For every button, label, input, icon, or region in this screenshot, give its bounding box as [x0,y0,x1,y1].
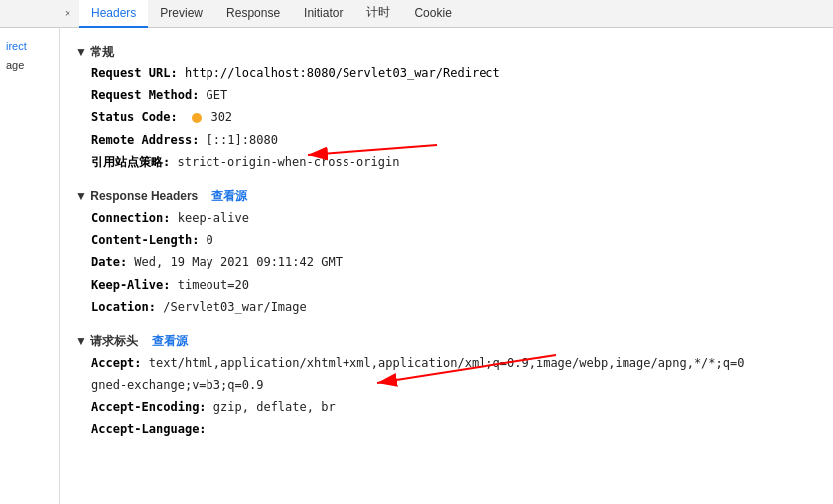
referrer-policy-label: 引用站点策略: [91,155,170,169]
connection-value: keep-alive [178,211,249,225]
tab-initiator[interactable]: Initiator [292,0,354,28]
status-code-value: 302 [185,110,232,124]
request-method-label: Request Method: [91,88,199,102]
main-layout: irect age ▼ 常规 Request URL: http://local… [0,28,833,504]
accept-label: Accept: [91,356,142,370]
remote-address-label: Remote Address: [91,133,199,147]
tab-headers[interactable]: Headers [79,0,148,28]
sidebar-item-image[interactable]: age [0,56,59,75]
sidebar-item-redirect[interactable]: irect [0,36,59,56]
remote-address-value: [::1]:8080 [207,133,278,147]
accept-encoding-label: Accept-Encoding: [91,400,207,414]
request-headers-section-header: ▼ 请求标头 查看源 [75,333,817,350]
request-method-value: GET [207,88,228,102]
keep-alive-row: Keep-Alive: timeout=20 [91,276,817,295]
status-code-label: Status Code: [91,110,178,124]
tab-close-button[interactable]: × [60,6,75,22]
status-dot [192,113,202,123]
connection-label: Connection: [91,211,170,225]
location-value: /Servlet03_war/Image [163,300,307,314]
content-area: ▼ 常规 Request URL: http://localhost:8080/… [60,28,833,504]
response-headers-section-header: ▼ Response Headers 查看源 [75,189,817,205]
request-url-row: Request URL: http://localhost:8080/Servl… [91,64,817,83]
request-url-label: Request URL: [91,66,178,80]
referrer-policy-row: 引用站点策略: strict-origin-when-cross-origin [91,153,817,172]
accept-encoding-row: Accept-Encoding: gzip, deflate, br [91,398,817,417]
accept-row: Accept: text/html,application/xhtml+xml,… [91,354,817,373]
accept-value: text/html,application/xhtml+xml,applicat… [149,356,745,370]
general-section-header: ▼ 常规 [75,44,817,61]
tab-cookie[interactable]: Cookie [402,0,463,28]
sidebar: irect age [0,28,60,504]
date-label: Date: [91,255,127,269]
remote-address-row: Remote Address: [::1]:8080 [91,131,817,150]
accept-language-row: Accept-Language: [91,420,817,439]
accept-row-cont: gned-exchange;v=b3;q=0.9 [91,376,817,395]
keep-alive-label: Keep-Alive: [91,278,170,292]
tab-response[interactable]: Response [214,0,292,28]
response-headers-view-source[interactable]: 查看源 [211,189,247,205]
status-code-row: Status Code: 302 [91,108,817,127]
date-row: Date: Wed, 19 May 2021 09:11:42 GMT [91,253,817,272]
tab-preview[interactable]: Preview [148,0,214,28]
keep-alive-value: timeout=20 [178,278,249,292]
tab-bar: × Headers Preview Response Initiator 计时 … [0,0,833,28]
accept-language-label: Accept-Language: [91,422,207,436]
date-value: Wed, 19 May 2021 09:11:42 GMT [134,255,343,269]
accept-value-cont: gned-exchange;v=b3;q=0.9 [91,378,263,392]
accept-encoding-value: gzip, deflate, br [213,400,336,414]
tab-timing[interactable]: 计时 [354,0,402,28]
content-length-row: Content-Length: 0 [91,231,817,250]
content-length-value: 0 [207,233,213,247]
location-label: Location: [91,300,156,314]
content-length-label: Content-Length: [91,233,199,247]
referrer-policy-value: strict-origin-when-cross-origin [177,155,399,169]
request-headers-view-source[interactable]: 查看源 [152,333,188,350]
request-method-row: Request Method: GET [91,86,817,105]
connection-row: Connection: keep-alive [91,209,817,228]
location-row: Location: /Servlet03_war/Image [91,298,817,316]
